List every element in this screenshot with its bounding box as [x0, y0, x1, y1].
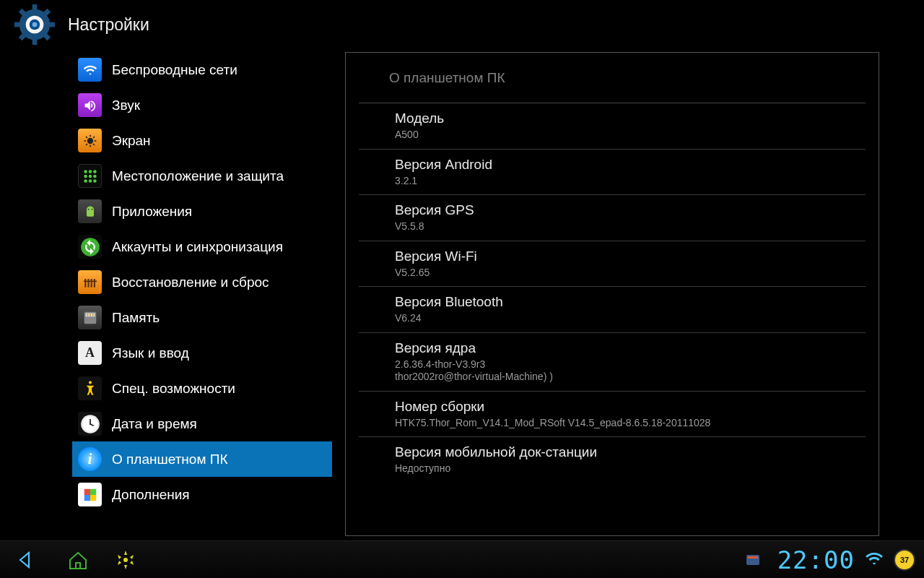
recent-apps-button[interactable]	[111, 545, 140, 574]
detail-value: Недоступно	[395, 462, 866, 475]
svg-line-18	[93, 144, 95, 145]
sidebar-item-accessibility[interactable]: Спец. возможности	[72, 371, 332, 406]
status-clock[interactable]: 22:00	[777, 545, 855, 574]
sidebar-item-sound[interactable]: Звук	[72, 87, 332, 123]
detail-row-gps-version[interactable]: Версия GPS V5.5.8	[359, 195, 866, 241]
system-navbar: 22:00 37	[0, 540, 924, 578]
main-content: Беспроводные сети Звук Экран Местоположе…	[0, 52, 924, 542]
svg-rect-41	[90, 314, 91, 316]
sidebar-item-label: Экран	[112, 133, 151, 149]
detail-value: HTK75.Thor_Rom_V14.1_Mod_RSoft V14.5_epa…	[395, 417, 866, 430]
detail-row-model[interactable]: Модель A500	[359, 103, 866, 150]
sound-icon	[78, 93, 102, 117]
app-header: Настройки	[0, 0, 924, 52]
detail-value: V5.2.65	[395, 267, 866, 280]
settings-gear-icon	[14, 4, 55, 45]
sidebar-item-label: Спец. возможности	[112, 381, 235, 397]
detail-label: Версия мобильной док-станции	[395, 444, 866, 460]
back-button[interactable]	[16, 545, 45, 574]
svg-point-22	[88, 170, 92, 173]
apps-icon	[78, 199, 102, 223]
detail-row-wifi-version[interactable]: Версия Wi-Fi V5.2.65	[359, 241, 866, 288]
svg-line-17	[86, 137, 87, 138]
detail-row-bluetooth-version[interactable]: Версия Bluetooth V6.24	[359, 287, 866, 333]
sidebar-item-label: Язык и ввод	[112, 345, 189, 361]
svg-point-25	[88, 174, 92, 178]
sidebar-item-label: Дата и время	[112, 416, 197, 432]
svg-rect-52	[76, 563, 80, 569]
page-title: Настройки	[68, 15, 149, 35]
detail-row-kernel-version[interactable]: Версия ядра 2.6.36.4-thor-V3.9r3 thor200…	[359, 333, 866, 392]
svg-point-29	[93, 179, 97, 183]
language-icon: A	[78, 341, 102, 365]
sidebar-item-backup-reset[interactable]: Восстановление и сброс	[72, 264, 332, 300]
svg-rect-40	[87, 314, 88, 316]
svg-rect-50	[84, 495, 90, 501]
notification-icon[interactable]	[738, 545, 767, 574]
detail-row-dock-version[interactable]: Версия мобильной док-станции Недоступно	[359, 437, 866, 483]
brightness-icon	[78, 129, 102, 152]
sidebar-item-display[interactable]: Экран	[72, 123, 332, 158]
detail-label: Версия Android	[395, 157, 866, 173]
detail-panel: О планшетном ПК Модель A500 Версия Andro…	[345, 52, 879, 536]
svg-point-21	[84, 170, 87, 173]
svg-point-27	[84, 179, 87, 183]
detail-label: Номер сборки	[395, 399, 866, 415]
detail-value: A500	[395, 129, 866, 142]
accessibility-icon	[78, 376, 102, 400]
svg-point-28	[88, 179, 92, 183]
svg-point-23	[93, 170, 97, 173]
svg-rect-2	[32, 38, 38, 45]
svg-rect-55	[748, 556, 758, 558]
sidebar-item-label: Звук	[112, 98, 140, 113]
sidebar-item-label: Восстановление и сброс	[112, 275, 269, 290]
svg-point-24	[84, 174, 87, 178]
sidebar-item-location-security[interactable]: Местоположение и защита	[72, 158, 332, 194]
detail-label: Версия GPS	[395, 202, 866, 218]
battery-status[interactable]: 37	[894, 549, 915, 571]
sidebar-item-storage[interactable]: Память	[72, 300, 332, 335]
detail-label: Версия ядра	[395, 340, 866, 356]
svg-rect-49	[90, 488, 96, 494]
svg-point-11	[32, 22, 38, 27]
detail-row-build-number[interactable]: Номер сборки HTK75.Thor_Rom_V14.1_Mod_RS…	[359, 392, 866, 438]
panel-title: О планшетном ПК	[359, 53, 866, 103]
svg-point-53	[123, 558, 128, 562]
svg-line-19	[86, 144, 87, 145]
addons-icon	[78, 483, 102, 506]
svg-rect-42	[92, 314, 93, 316]
svg-rect-51	[90, 495, 96, 501]
sidebar-item-label: Местоположение и защита	[112, 168, 284, 184]
svg-point-31	[91, 208, 92, 210]
sidebar-item-language-input[interactable]: A Язык и ввод	[72, 335, 332, 371]
home-button[interactable]	[64, 545, 92, 574]
detail-row-android-version[interactable]: Версия Android 3.2.1	[359, 150, 866, 196]
sidebar-item-label: Аккаунты и синхронизация	[112, 239, 283, 255]
svg-point-30	[87, 208, 89, 210]
sync-icon	[78, 235, 102, 259]
sidebar-item-about-tablet[interactable]: i О планшетном ПК	[72, 441, 332, 477]
clock-icon	[78, 412, 102, 436]
svg-point-26	[93, 174, 97, 178]
svg-point-12	[87, 137, 92, 143]
svg-line-20	[93, 137, 95, 138]
detail-label: Версия Bluetooth	[395, 294, 866, 310]
sidebar-item-accounts-sync[interactable]: Аккаунты и синхронизация	[72, 229, 332, 264]
sidebar-item-label: Беспроводные сети	[112, 62, 237, 78]
sidebar-item-label: Дополнения	[112, 487, 190, 503]
svg-rect-3	[14, 22, 22, 27]
sidebar-item-wireless[interactable]: Беспроводные сети	[72, 52, 332, 87]
sidebar-item-apps[interactable]: Приложения	[72, 194, 332, 229]
backup-icon	[78, 270, 102, 294]
wifi-status-icon[interactable]	[865, 551, 884, 569]
sidebar-item-label: Память	[112, 310, 160, 326]
sidebar-item-addons[interactable]: Дополнения	[72, 477, 332, 512]
settings-sidebar: Беспроводные сети Звук Экран Местоположе…	[72, 52, 332, 542]
wifi-icon	[78, 58, 102, 82]
detail-value: V6.24	[395, 312, 866, 325]
svg-rect-48	[84, 488, 90, 494]
sidebar-item-date-time[interactable]: Дата и время	[72, 406, 332, 441]
sidebar-item-label: О планшетном ПК	[112, 452, 228, 467]
info-icon: i	[78, 447, 102, 471]
detail-label: Версия Wi-Fi	[395, 249, 866, 264]
